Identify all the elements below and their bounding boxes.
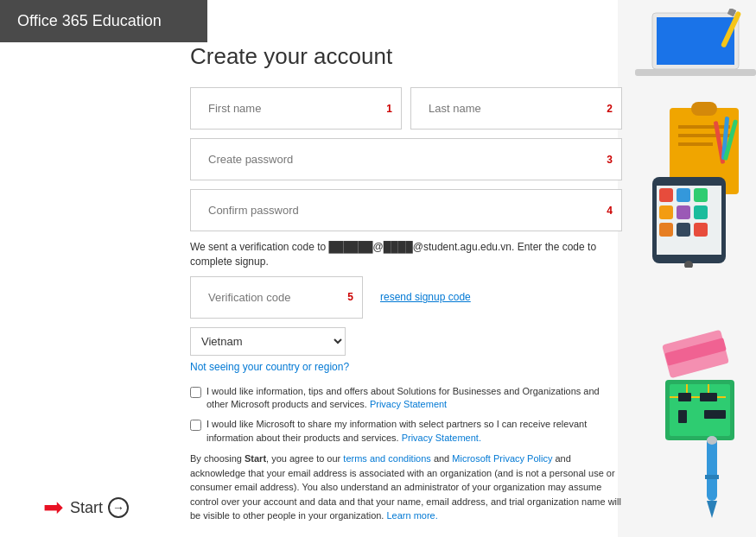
verification-input-wrapper[interactable]: 5: [190, 276, 363, 319]
password-number: 3: [607, 154, 613, 166]
svg-rect-40: [707, 436, 717, 445]
svg-rect-31: [678, 410, 687, 423]
checkbox1-privacy-link[interactable]: Privacy Statement: [370, 399, 447, 409]
checkbox2-input[interactable]: [190, 420, 201, 431]
last-name-input[interactable]: [420, 95, 603, 122]
start-button[interactable]: Start →: [70, 497, 129, 518]
confirm-password-input-wrapper[interactable]: 4: [190, 189, 622, 231]
country-select[interactable]: Vietnam United States United Kingdom Aus…: [190, 327, 346, 356]
page-title: Create your account: [190, 43, 622, 70]
last-name-field: 2: [410, 87, 622, 130]
svg-rect-32: [704, 410, 726, 419]
first-name-input-wrapper[interactable]: 1: [190, 87, 402, 130]
legal-text-before: By choosing: [190, 453, 245, 464]
first-name-input[interactable]: [200, 95, 383, 122]
confirm-password-field: 4: [190, 189, 622, 231]
laptop-decoration-icon: [635, 9, 756, 86]
checkbox1-label: I would like information, tips and offer…: [206, 385, 622, 412]
legal-text-3: and: [431, 453, 452, 464]
confirm-password-input[interactable]: [200, 197, 603, 224]
right-decorative-panel: [618, 0, 756, 537]
svg-rect-6: [691, 102, 717, 116]
svg-rect-9: [678, 142, 713, 146]
svg-rect-41: [705, 475, 719, 479]
verification-message: We sent a verification code to ██████@██…: [190, 240, 622, 269]
resend-link[interactable]: resend signup code: [380, 291, 471, 303]
last-name-input-wrapper[interactable]: 2: [410, 87, 622, 130]
password-field: 3: [190, 138, 622, 180]
svg-rect-17: [694, 188, 708, 202]
password-input-wrapper[interactable]: 3: [190, 138, 622, 180]
checkbox2-row: I would like Microsoft to share my infor…: [190, 418, 622, 445]
legal-text: By choosing Start, you agree to our term…: [190, 452, 622, 523]
svg-rect-22: [677, 223, 690, 237]
svg-rect-38: [707, 436, 717, 501]
verification-text-before: We sent a verification code to: [190, 241, 329, 253]
svg-rect-16: [677, 188, 690, 202]
terms-link[interactable]: terms and conditions: [343, 453, 431, 464]
not-seeing-country-link[interactable]: Not seeing your country or region?: [190, 361, 622, 373]
svg-rect-18: [659, 205, 673, 219]
privacy-policy-link[interactable]: Microsoft Privacy Policy: [452, 453, 552, 464]
svg-rect-7: [678, 125, 730, 129]
checkbox2-privacy-link[interactable]: Privacy Statement.: [402, 433, 481, 443]
start-label: Start: [70, 499, 103, 517]
header: Office 365 Education: [0, 0, 207, 42]
pen-decoration-icon: [683, 432, 743, 518]
arrow-right-icon: ➡: [43, 496, 63, 520]
tablet-decoration-icon: [644, 173, 756, 268]
last-name-number: 2: [607, 103, 613, 115]
checkbox1-row: I would like information, tips and offer…: [190, 385, 622, 412]
legal-start-word: Start: [245, 453, 266, 464]
svg-rect-20: [694, 205, 708, 219]
first-name-number: 1: [386, 103, 392, 115]
header-title: Office 365 Education: [17, 12, 162, 29]
checkbox2-label: I would like Microsoft to share my infor…: [206, 418, 622, 445]
password-input[interactable]: [200, 146, 603, 173]
svg-rect-21: [659, 223, 673, 237]
svg-rect-19: [677, 205, 690, 219]
email-obfuscated: ██████@████@student.agu.edu.vn: [329, 241, 511, 253]
confirm-password-number: 4: [607, 205, 613, 217]
svg-rect-30: [700, 393, 717, 401]
verification-row: 5 resend signup code: [190, 276, 622, 319]
verification-number: 5: [347, 291, 353, 303]
main-form-area: Create your account 1 2 3 4 We: [190, 43, 622, 537]
legal-text-2: , you agree to our: [266, 453, 343, 464]
start-row: ➡ Start →: [43, 496, 129, 520]
checkbox1-input[interactable]: [190, 387, 201, 398]
svg-rect-15: [659, 188, 673, 202]
name-row: 1 2: [190, 87, 622, 130]
svg-rect-2: [635, 69, 756, 76]
svg-rect-23: [694, 223, 708, 237]
svg-rect-1: [657, 17, 734, 65]
country-row: Vietnam United States United Kingdom Aus…: [190, 327, 622, 356]
svg-marker-39: [707, 501, 717, 518]
verification-code-input[interactable]: [200, 284, 344, 311]
svg-rect-29: [678, 393, 691, 401]
start-circle-icon: →: [108, 497, 129, 518]
svg-rect-8: [678, 134, 730, 137]
first-name-field: 1: [190, 87, 402, 130]
learn-more-link[interactable]: Learn more.: [386, 510, 437, 521]
